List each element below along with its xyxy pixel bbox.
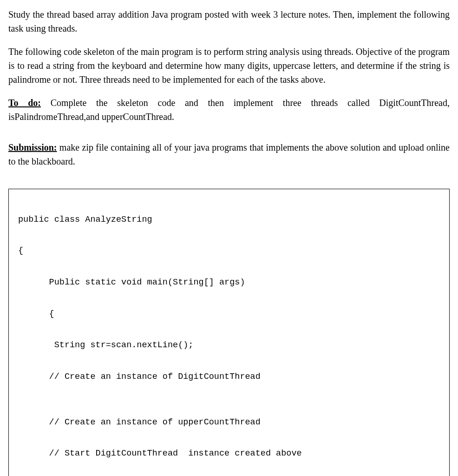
submission-label: Submission: — [8, 142, 57, 152]
code-line: // Create an instance of upperCountThrea… — [18, 416, 440, 429]
submission-text: make zip file containing all of your jav… — [8, 142, 450, 166]
code-line: Public static void main(String[] args) — [18, 277, 440, 289]
code-line: String str=scan.nextLine(); — [18, 339, 440, 352]
todo-text: Complete the skeleton code and then impl… — [8, 98, 450, 122]
code-line: { — [18, 308, 440, 321]
submission-paragraph: Submission: make zip file containing all… — [8, 140, 450, 168]
code-line: // Create an instance of DigitCountThrea… — [18, 371, 440, 383]
intro-paragraph: Study the thread based array addition Ja… — [8, 7, 450, 35]
code-line: public class AnalyzeString — [18, 214, 440, 226]
todo-label: To do: — [8, 98, 41, 108]
description-paragraph: The following code skeleton of the main … — [8, 45, 450, 86]
code-line: { — [18, 245, 440, 258]
code-line: // Start DigitCountThread instance creat… — [18, 448, 440, 460]
code-skeleton-box: public class AnalyzeString { Public stat… — [8, 189, 450, 476]
todo-paragraph: To do: Complete the skeleton code and th… — [8, 96, 450, 124]
